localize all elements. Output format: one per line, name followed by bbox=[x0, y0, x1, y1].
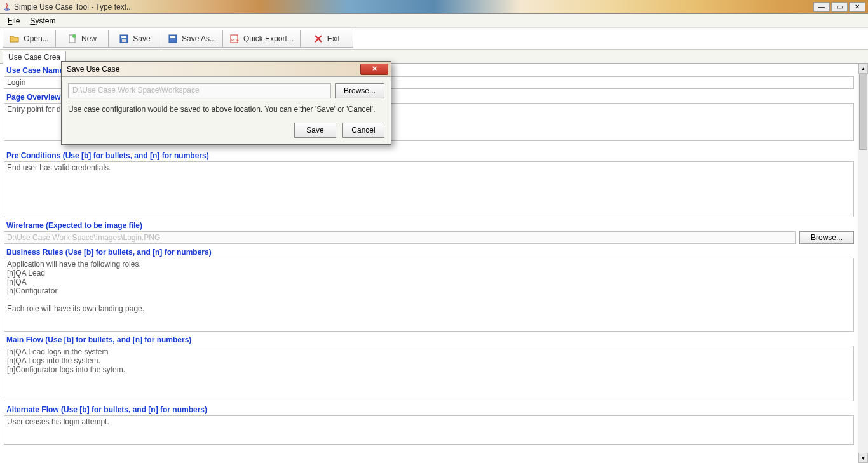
quickexport-label: Quick Export... bbox=[243, 34, 294, 43]
svg-rect-7 bbox=[170, 36, 175, 38]
dialog-title-text: Save Use Case bbox=[67, 65, 119, 74]
scroll-track[interactable] bbox=[858, 74, 868, 453]
label-main-flow: Main Flow (Use [b] for bullets, and [n] … bbox=[3, 333, 855, 346]
field-wireframe-path[interactable]: D:\Use Case Work Space\Images\Login.PNG bbox=[4, 231, 796, 244]
dialog-titlebar: Save Use Case ✕ bbox=[62, 62, 391, 77]
close-icon: ✕ bbox=[372, 65, 377, 73]
exit-button[interactable]: Exit bbox=[300, 30, 353, 48]
dialog-close-button[interactable]: ✕ bbox=[360, 64, 388, 75]
label-wireframe: Wireframe (Expected to be image file) bbox=[3, 218, 855, 231]
folder-open-icon bbox=[10, 34, 20, 44]
new-file-icon bbox=[67, 34, 78, 44]
floppy-saveas-icon bbox=[168, 34, 178, 44]
window-titlebar: Simple Use Case Tool - Type text... — ▭ … bbox=[0, 0, 868, 14]
dialog-save-button[interactable]: Save bbox=[294, 123, 336, 138]
save-button[interactable]: Save bbox=[108, 30, 161, 48]
dialog-path-field[interactable]: D:\Use Case Work Space\Workspace bbox=[68, 83, 331, 98]
window-maximize-button[interactable]: ▭ bbox=[831, 2, 848, 12]
field-alternate-flow[interactable]: User ceases his login attempt. bbox=[4, 415, 854, 445]
field-preconditions[interactable]: End user has valid credentials. bbox=[4, 161, 854, 217]
scroll-thumb[interactable] bbox=[859, 74, 867, 150]
new-button[interactable]: New bbox=[55, 30, 109, 48]
save-usecase-dialog: Save Use Case ✕ D:\Use Case Work Space\W… bbox=[61, 61, 391, 145]
wireframe-browse-button[interactable]: Browse... bbox=[799, 231, 854, 244]
dialog-cancel-button[interactable]: Cancel bbox=[342, 123, 384, 138]
new-label: New bbox=[81, 34, 97, 43]
label-preconditions: Pre Conditions (Use [b] for bullets, and… bbox=[3, 149, 855, 161]
menu-system[interactable]: System bbox=[25, 15, 60, 27]
save-label: Save bbox=[133, 34, 150, 43]
java-icon bbox=[3, 3, 11, 11]
label-business-rules: Business Rules (Use [b] for bullets, and… bbox=[3, 245, 855, 258]
saveas-button[interactable]: Save As... bbox=[161, 30, 223, 48]
menu-file[interactable]: File bbox=[3, 15, 25, 27]
field-main-flow[interactable]: [n]QA Lead logs in the system [n]QA Logs… bbox=[4, 346, 854, 401]
dialog-message: Use case configuration would be saved to… bbox=[68, 105, 384, 114]
scroll-up-arrow-icon[interactable]: ▲ bbox=[858, 64, 868, 74]
svg-text:PDF: PDF bbox=[231, 38, 239, 42]
menubar: File System bbox=[0, 14, 868, 28]
svg-rect-5 bbox=[122, 39, 126, 42]
label-alternate-flow: Alternate Flow (Use [b] for bullets, and… bbox=[3, 403, 855, 415]
window-minimize-button[interactable]: — bbox=[813, 2, 830, 12]
vertical-scrollbar[interactable]: ▲ ▼ bbox=[858, 64, 868, 463]
svg-point-2 bbox=[72, 34, 76, 38]
open-button[interactable]: Open... bbox=[3, 30, 56, 48]
exit-x-icon bbox=[313, 34, 323, 44]
quickexport-button[interactable]: PDF Quick Export... bbox=[222, 30, 301, 48]
field-business-rules[interactable]: Application will have the following role… bbox=[4, 258, 854, 332]
toolbar: Open... New Save Save As... PDF Quick Ex… bbox=[0, 28, 868, 50]
open-label: Open... bbox=[24, 34, 48, 43]
dialog-browse-button[interactable]: Browse... bbox=[335, 83, 384, 98]
svg-rect-4 bbox=[121, 36, 126, 38]
saveas-label: Save As... bbox=[182, 34, 216, 43]
floppy-save-icon bbox=[119, 34, 129, 44]
exit-label: Exit bbox=[327, 34, 340, 43]
window-title: Simple Use Case Tool - Type text... bbox=[14, 3, 133, 11]
scroll-down-arrow-icon[interactable]: ▼ bbox=[858, 453, 868, 463]
window-close-button[interactable]: ✕ bbox=[849, 2, 865, 12]
pdf-export-icon: PDF bbox=[229, 34, 240, 44]
tab-usecase-creator[interactable]: Use Case Crea bbox=[3, 51, 66, 64]
